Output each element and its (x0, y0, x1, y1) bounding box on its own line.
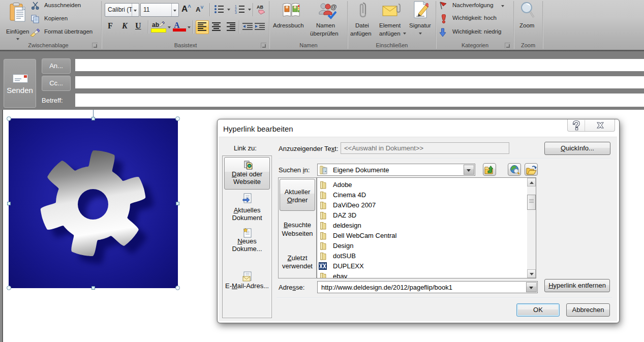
svg-text:3: 3 (235, 11, 237, 14)
svg-text:@: @ (330, 3, 336, 11)
svg-text:AB: AB (257, 5, 263, 10)
